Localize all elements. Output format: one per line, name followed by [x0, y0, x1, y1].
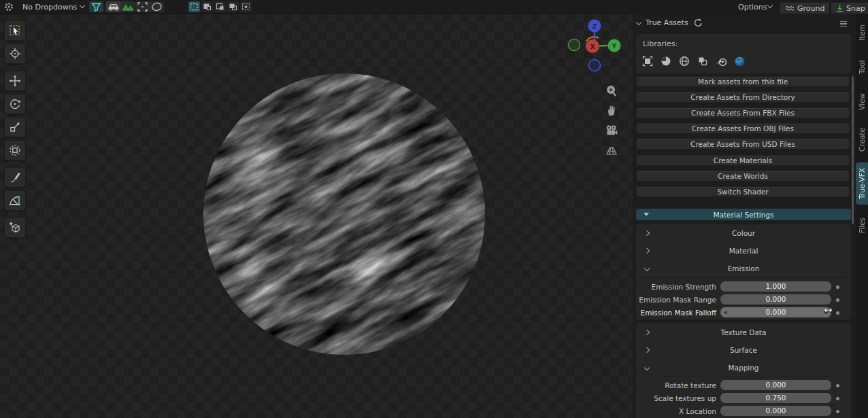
section-mapping[interactable]: Mapping [636, 362, 851, 373]
library-object-icon[interactable] [641, 55, 654, 67]
perspective-grid-icon[interactable] [605, 143, 618, 157]
emission-mask-falloff-slider[interactable]: ◂ 0.000 ▸ ↔ [720, 307, 831, 317]
filter-funnel-icon[interactable] [89, 1, 103, 12]
decorator-dot[interactable] [836, 298, 839, 302]
decorator-dot[interactable] [836, 384, 839, 387]
view-axis-gizmo[interactable]: Z X Y [567, 18, 623, 73]
library-material-icon[interactable] [660, 55, 672, 67]
gizmo-neg-y-ball[interactable] [569, 39, 580, 51]
library-world-icon[interactable] [678, 55, 690, 67]
field-value: 0.000 [765, 406, 786, 415]
create-assets-directory-button[interactable]: Create Assets From Directory [636, 92, 850, 103]
decorator-dot[interactable] [836, 410, 839, 413]
decorator-dot[interactable] [836, 397, 839, 400]
field-label: Rotate texture [636, 380, 716, 391]
material-settings-header[interactable]: Material Settings [636, 209, 851, 220]
panel-scrollbar[interactable] [852, 76, 854, 224]
drag-cursor-icon: ↔ [824, 305, 833, 315]
tool-add-cube[interactable] [4, 217, 26, 238]
tab-item[interactable]: Item [856, 22, 868, 43]
create-assets-usd-button[interactable]: Create Assets From USD Files [636, 139, 850, 150]
tab-label: Files [858, 217, 866, 232]
editor-type-gear-icon[interactable] [4, 0, 14, 14]
field-value: 0.750 [765, 394, 786, 402]
mode-dropdown[interactable]: No Dropdowns [22, 0, 77, 14]
tool-scale[interactable] [4, 117, 26, 137]
tab-files[interactable]: Files [856, 213, 868, 237]
sidebar-tab-strip: Item Tool View Create True-VFX Files [856, 14, 868, 418]
tab-create[interactable]: Create [856, 124, 868, 156]
slider-arrow-left-icon[interactable]: ◂ [724, 307, 727, 317]
field-value: 1.000 [765, 282, 786, 290]
tool-measure[interactable] [4, 190, 26, 211]
scale-textures-row: Scale textures up 0.750 [636, 393, 851, 404]
section-emission[interactable]: Emission [636, 263, 851, 274]
tool-annotate[interactable] [4, 167, 26, 188]
refresh-icon[interactable] [693, 18, 703, 28]
pan-hand-icon[interactable] [605, 104, 618, 118]
select-mode-extend-icon[interactable] [201, 1, 213, 12]
library-blender-file-icon[interactable] [715, 55, 727, 67]
n-panel-true-vfx: True Assets Libraries: [633, 14, 856, 418]
field-label: Scale textures up [636, 393, 716, 404]
panel-collapse-chevron-icon[interactable] [636, 19, 641, 24]
snap-button[interactable]: Snap [831, 2, 868, 14]
field-value: 0.000 [765, 308, 786, 316]
select-mode-set-icon[interactable] [188, 1, 200, 12]
field-label: Emission Mask Range [636, 294, 716, 305]
zoom-icon[interactable] [605, 84, 618, 98]
create-assets-fbx-button[interactable]: Create Assets From FBX Files [636, 107, 850, 118]
emission-mask-falloff-row: Emission Mask Falloff ◂ 0.000 ▸ ↔ [636, 307, 851, 318]
section-surface[interactable]: Surface [636, 345, 851, 355]
tool-cursor-3d[interactable] [4, 43, 26, 64]
tab-view[interactable]: View [856, 90, 868, 114]
section-texture-data[interactable]: Texture Data [636, 327, 851, 338]
create-worlds-button[interactable]: Create Worlds [636, 171, 850, 181]
panel-menu-icon[interactable] [840, 21, 847, 27]
x-location-slider[interactable]: 0.000 [720, 406, 831, 416]
tab-label: True-VFX [858, 168, 866, 199]
library-earth-icon[interactable] [733, 55, 746, 67]
tab-label: View [858, 94, 866, 111]
tool-move[interactable] [4, 71, 26, 91]
select-mode-invert-icon[interactable] [227, 1, 239, 12]
select-mode-subtract-icon[interactable] [214, 1, 226, 12]
section-material[interactable]: Material [636, 245, 851, 256]
rotate-texture-slider[interactable]: 0.000 [720, 380, 831, 390]
library-collection-icon[interactable] [697, 55, 709, 67]
select-mode-intersect-icon[interactable] [240, 1, 252, 12]
terrain-icon[interactable] [120, 1, 135, 12]
section-colour[interactable]: Colour [636, 228, 851, 239]
mark-assets-button[interactable]: Mark assets from this file [636, 76, 850, 87]
section-label: Material [636, 245, 851, 256]
create-assets-obj-button[interactable]: Create Assets From OBJ Files [636, 123, 850, 134]
create-materials-button[interactable]: Create Materials [636, 155, 850, 166]
x-location-row: X Location 0.000 [636, 406, 851, 417]
emission-strength-slider[interactable]: 1.000 [720, 281, 831, 292]
options-dropdown[interactable]: Options [738, 0, 767, 14]
camera-view-icon[interactable] [605, 124, 618, 137]
emission-mask-range-slider[interactable]: 0.000 [720, 294, 831, 304]
tab-tool[interactable]: Tool [856, 56, 868, 78]
tab-label: Item [858, 24, 866, 41]
tool-select-box[interactable] [4, 20, 26, 41]
tool-transform[interactable] [4, 140, 26, 160]
emission-strength-row: Emission Strength 1.000 [636, 281, 851, 292]
textured-sphere-object[interactable] [202, 72, 486, 356]
vehicle-icon[interactable] [106, 1, 120, 12]
corner-split-icon[interactable] [135, 1, 150, 12]
scale-textures-slider[interactable]: 0.750 [720, 393, 831, 403]
panel-title: True Assets [646, 18, 688, 27]
button-label: Create Assets From Directory [690, 93, 795, 101]
decorator-dot[interactable] [836, 285, 839, 289]
tab-true-vfx[interactable]: True-VFX [856, 162, 868, 205]
gizmo-neg-z-ball[interactable] [589, 60, 601, 71]
mode-dropdown-chevron-icon[interactable] [80, 0, 84, 12]
libraries-label: Libraries: [643, 39, 678, 48]
options-chevron-icon[interactable] [768, 0, 772, 12]
decorator-dot[interactable] [836, 311, 839, 315]
ellipse-icon[interactable] [150, 1, 164, 12]
switch-shader-button[interactable]: Switch Shader [636, 186, 850, 197]
ground-button[interactable]: Ground [780, 2, 830, 14]
tool-rotate[interactable] [4, 94, 26, 114]
